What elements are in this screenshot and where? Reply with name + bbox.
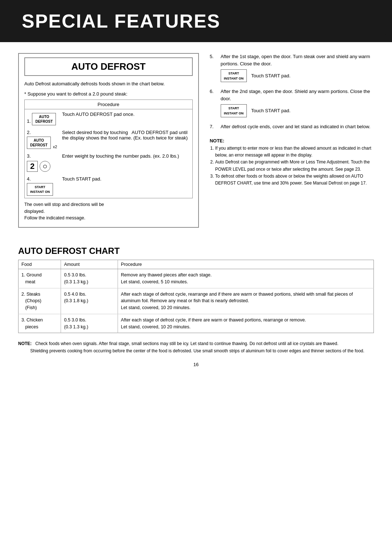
chart-food-1: 1. Ground meat (19, 269, 61, 288)
chart-food-2: 2. Steaks (Chops) (Fish) (19, 288, 61, 314)
table-row: 2. Steaks (Chops) (Fish) 0.5 4.0 lbs.(0.… (19, 288, 374, 314)
chart-table: Food Amount Procedure 1. Ground meat 0.5… (18, 260, 374, 333)
chart-amount-1: 0.5 3.0 lbs.(0.3 1.3 kg.) (61, 269, 118, 288)
chart-col-food: Food (19, 260, 61, 269)
auto-defrost-btn-1: AUTO DEFROST (32, 113, 56, 125)
intro-text: Auto Defrost automatically defrosts food… (24, 80, 193, 88)
footer-note: The oven will stop and directions will b… (24, 201, 193, 222)
table-row: 1. AUTO DEFROST Touch AUTO DEFROST pad o… (25, 109, 193, 127)
notes-list: If you attempt to enter more or less tha… (215, 145, 374, 187)
step-3-left: 3. 2 ○ (25, 151, 60, 174)
chart-col-procedure: Procedure (118, 260, 374, 269)
chart-section: AUTO DEFROST CHART Food Amount Procedure… (0, 246, 392, 333)
chart-food-3: 3. Chicken pieces (19, 314, 61, 333)
x2-label: x2 (53, 145, 57, 149)
s5-btn-line1: START (228, 72, 239, 75)
procedure-table: Procedure 1. AUTO DEFROST Touch AUT (24, 100, 193, 198)
right-step-5: 5. After the 1st stage, open the door. T… (210, 53, 374, 82)
header-banner: SPECIAL FEATURES (0, 0, 392, 42)
step-6-content: After the 2nd stage, open the door. Shie… (221, 88, 374, 117)
left-column: AUTO DEFROST Auto Defrost automatically … (18, 53, 199, 235)
bottom-note: NOTE: Check foods when oven signals. Aft… (18, 340, 374, 354)
btn1-line1: AUTO (39, 115, 49, 119)
chart-amount-3: 0.5 3.0 lbs.(0.3 1.3 kg.) (61, 314, 118, 333)
table-row: 2. AUTO DEFROST x2 Select desired food b… (25, 127, 193, 151)
step-3-num: 3. (27, 153, 31, 159)
step-3-right: Enter weight by touching the number pads… (60, 151, 192, 174)
right-step-7: 7. After defrost cycle ends, cover and l… (210, 123, 374, 130)
procedure-header: Procedure (25, 100, 193, 109)
s6-btn-line2: INSTANT ON (224, 112, 244, 115)
step-5-text: After the 1st stage, open the door. Turn… (221, 54, 370, 66)
step-2-right: Select desired food by touching AUTO DEF… (60, 127, 192, 151)
note-1: If you attempt to enter more or less tha… (215, 145, 374, 159)
start-btn1-line1: START (35, 185, 45, 189)
note-title: NOTE: (210, 138, 224, 143)
right-column: 5. After the 1st stage, open the door. T… (210, 53, 374, 235)
page-title: SPECIAL FEATURES (22, 11, 220, 32)
table-row: 1. Ground meat 0.5 3.0 lbs.(0.3 1.3 kg.)… (19, 269, 374, 288)
chart-procedure-2: After each stage of defrost cycle, rearr… (118, 288, 374, 314)
step-5-num: 5. (210, 53, 217, 82)
right-step-6: 6. After the 2nd stage, open the door. S… (210, 88, 374, 117)
step-6-num: 6. (210, 88, 217, 117)
step-2-left: 2. AUTO DEFROST x2 (25, 127, 60, 151)
s6-btn-line1: START (228, 106, 239, 110)
start-instant-on-btn-3: START INSTANT ON (221, 104, 247, 117)
auto-defrost-title: AUTO DEFROST (24, 57, 193, 76)
start-instant-on-btn-2: START INSTANT ON (221, 69, 247, 82)
start-btn1-line2: INSTANT ON (30, 190, 50, 194)
note-3: To defrost other foods or foods above or… (215, 173, 374, 187)
note-section: NOTE: If you attempt to enter more or le… (210, 137, 374, 187)
step-5-action: Touch START pad. (251, 72, 290, 80)
content-area: AUTO DEFROST Auto Defrost automatically … (0, 53, 392, 235)
table-row: 4. START INSTANT ON Touch START pad. (25, 174, 193, 198)
step-6-action: Touch START pad. (251, 107, 290, 114)
chart-col-amount: Amount (61, 260, 118, 269)
step-2-num: 2. (27, 130, 31, 135)
table-row: 3. Chicken pieces 0.5 3.0 lbs.(0.3 1.3 k… (19, 314, 374, 333)
page-number: 16 (0, 362, 392, 374)
step-4-left: 4. START INSTANT ON (25, 174, 60, 198)
step-1-left: 1. AUTO DEFROST (25, 109, 60, 127)
step-5-inner: START INSTANT ON Touch START pad. (221, 69, 374, 82)
btn2-line1: AUTO (34, 138, 44, 142)
auto-defrost-box: AUTO DEFROST Auto Defrost automatically … (18, 53, 199, 228)
chart-procedure-1: Remove any thawed pieces after each stag… (118, 269, 374, 288)
note-2: Auto Defrost can be programmed with More… (215, 159, 374, 173)
step-4-right: Touch START pad. (60, 174, 192, 198)
chart-procedure-3: After each stage of defrost cycle, if th… (118, 314, 374, 333)
btn2-line2: DEFROST (30, 143, 48, 147)
table-row: 3. 2 ○ Enter weight by touching the numb… (25, 151, 193, 174)
chart-title: AUTO DEFROST CHART (18, 246, 374, 256)
step-7-content: After defrost cycle ends, cover and let … (221, 123, 374, 130)
step-1-num: 1. (27, 118, 31, 124)
bottom-note-label: NOTE: (18, 341, 32, 346)
circle-o: ○ (40, 161, 50, 172)
btn1-line2: DEFROST (35, 119, 53, 123)
step-5-content: After the 1st stage, open the door. Turn… (221, 53, 374, 82)
step-7-text: After defrost cycle ends, cover and let … (221, 124, 371, 129)
s5-btn-line2: INSTANT ON (224, 77, 244, 80)
number-2: 2 (27, 161, 38, 172)
step-6-text: After the 2nd stage, open the door. Shie… (221, 89, 370, 101)
chart-header-row: Food Amount Procedure (19, 260, 374, 269)
step-7-num: 7. (210, 123, 217, 130)
step-4-num: 4. (27, 176, 31, 182)
start-instant-on-btn-1: START INSTANT ON (27, 183, 53, 196)
suppose-text: * Suppose you want to defrost a 2.0 poun… (24, 91, 193, 97)
step-6-inner: START INSTANT ON Touch START pad. (221, 104, 374, 117)
step-1-right: Touch AUTO DEFROST pad once. (60, 109, 192, 127)
chart-amount-2: 0.5 4.0 lbs.(0.3 1.8 kg.) (61, 288, 118, 314)
auto-defrost-btn-2: AUTO DEFROST (27, 137, 51, 149)
